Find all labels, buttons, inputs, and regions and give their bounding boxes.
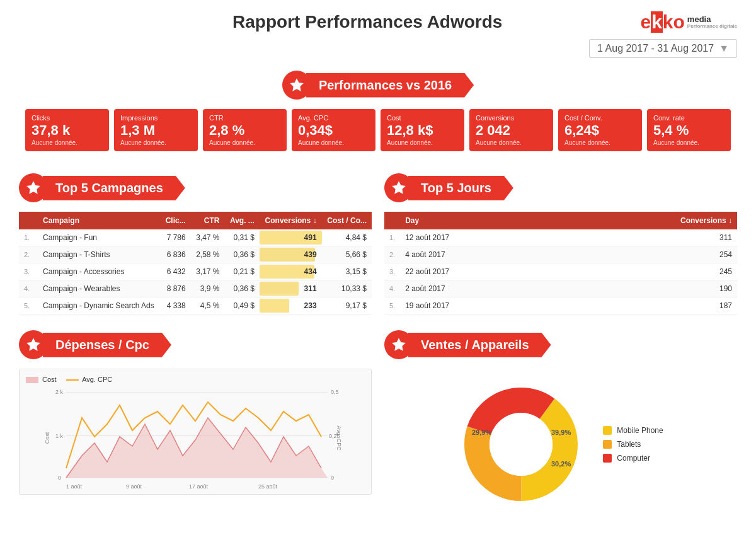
row-cost-conv: 9,17 $ <box>322 297 372 314</box>
row-conversions: 434 <box>260 263 322 280</box>
y-label-0-left: 0 <box>58 475 61 481</box>
th-conversions: Conversions ↓ <box>260 212 322 229</box>
row-day: 22 août 2017 <box>400 263 558 280</box>
kpi-value: 0,34$ <box>298 123 369 138</box>
star-icon-campagnes <box>25 180 42 196</box>
kpi-card: Conversions 2 042 Aucune donnée. <box>469 109 553 151</box>
row-campaign-name: Campaign - Accessories <box>38 263 160 280</box>
kpi-value: 2 042 <box>476 123 547 138</box>
table-row: 4. Campaign - Wearables 8 876 3,9 % 0,36… <box>19 280 372 297</box>
donut-inner <box>490 413 553 476</box>
kpi-label: Cost <box>387 114 458 122</box>
y-left-label: Cost <box>44 432 50 444</box>
jours-table: Day Conversions ↓ 1. 12 août 2017 311 2.… <box>384 212 737 314</box>
label-mobile-pct: 39,9% <box>551 429 571 436</box>
row-day: 4 août 2017 <box>400 246 558 263</box>
legend-tablets-color <box>603 440 612 449</box>
svg-marker-1 <box>26 181 40 194</box>
row-conversions: 311 <box>558 229 737 246</box>
row-cost-conv: 4,84 $ <box>322 229 372 246</box>
row-clicks: 8 876 <box>160 280 190 297</box>
x-label-25: 25 août <box>258 483 278 490</box>
cost-legend-color <box>26 377 38 383</box>
kpi-value: 6,24$ <box>564 123 636 138</box>
date-range-picker[interactable]: 1 Aug 2017 - 31 Aug 2017 ▼ <box>589 39 737 58</box>
th-conversions-day: Conversions ↓ <box>558 212 737 229</box>
kpi-sub: Aucune donnée. <box>209 139 280 146</box>
th-clicks: Clic... <box>160 212 190 229</box>
dropdown-arrow-icon: ▼ <box>719 43 729 54</box>
row-cost-conv: 5,66 $ <box>322 246 372 263</box>
row-avg-cpc: 0,31 $ <box>224 229 259 246</box>
row-campaign-name: Campaign - Dynamic Search Ads <box>38 297 160 314</box>
kpi-row: Clicks 37,8 k Aucune donnée. Impressions… <box>19 109 737 151</box>
svg-marker-7 <box>392 338 406 351</box>
table-row: 5. 19 août 2017 187 <box>384 297 737 314</box>
row-ctr: 2,58 % <box>191 246 225 263</box>
conv-value: 439 <box>304 250 317 259</box>
ventes-appareils: Ventes / Appareils 39,9% 30,2% 29,9% <box>384 330 737 520</box>
top5-section: Top 5 Campagnes Campaign Clic... CTR Avg… <box>0 164 756 324</box>
row-conversions: 245 <box>558 263 737 280</box>
kpi-value: 2,8 % <box>209 123 280 138</box>
kpi-card: Conv. rate 5,4 % Aucune donnée. <box>647 109 731 151</box>
kpi-sub: Aucune donnée. <box>564 139 636 146</box>
row-conversions: 439 <box>260 246 322 263</box>
label-tablets-pct: 30,2% <box>551 460 571 468</box>
row-avg-cpc: 0,36 $ <box>224 246 259 263</box>
row-conversions: 311 <box>260 280 322 297</box>
kpi-label: Avg. CPC <box>298 114 369 122</box>
table-row: 3. 22 août 2017 245 <box>384 263 737 280</box>
conv-value: 311 <box>304 284 317 293</box>
legend-mobile-label: Mobile Phone <box>617 426 663 435</box>
kpi-label: Clicks <box>32 114 103 122</box>
row-cost-conv: 3,15 $ <box>322 263 372 280</box>
x-label-1: 1 août <box>66 483 83 490</box>
depenses-title: Dépenses / Cpc <box>43 333 171 357</box>
star-badge-jours <box>384 173 413 202</box>
star-icon <box>289 77 305 93</box>
campagnes-header: Top 5 Campagnes <box>19 173 372 202</box>
kpi-card: Clicks 37,8 k Aucune donnée. <box>25 109 109 151</box>
row-ctr: 3,47 % <box>191 229 225 246</box>
kpi-card: Avg. CPC 0,34$ Aucune donnée. <box>292 109 375 151</box>
row-conversions: 254 <box>558 246 737 263</box>
table-row: 1. Campaign - Fun 7 786 3,47 % 0,31 $ 49… <box>19 229 372 246</box>
star-icon-jours <box>391 180 407 196</box>
y-label-2k: 2 k <box>55 389 64 395</box>
row-rank: 5. <box>19 297 38 314</box>
row-avg-cpc: 0,36 $ <box>224 280 259 297</box>
row-ctr: 3,9 % <box>191 280 225 297</box>
row-day: 2 août 2017 <box>400 280 558 297</box>
depenses-chart: Cost Avg. CPC 2 k 1 k 0 0,5 0,25 0 <box>19 369 372 495</box>
performances-section: Performances vs 2016 Clicks 37,8 k Aucun… <box>0 64 756 164</box>
depenses-cpc: Dépenses / Cpc Cost Avg. CPC 2 k 1 k 0 <box>19 330 372 520</box>
star-icon-ventes <box>391 337 407 353</box>
kpi-value: 1,3 M <box>120 123 192 138</box>
row-conversions: 491 <box>260 229 322 246</box>
avg-cpc-legend-color <box>66 379 79 381</box>
chart-legend: Cost Avg. CPC <box>26 376 365 383</box>
kpi-value: 12,8 k$ <box>387 123 458 138</box>
kpi-value: 37,8 k <box>32 123 103 138</box>
conv-value: 491 <box>304 233 317 242</box>
kpi-sub: Aucune donnée. <box>476 139 547 146</box>
kpi-sub: Aucune donnée. <box>32 139 103 146</box>
legend-computer-color <box>603 454 612 463</box>
avg-cpc-legend-item: Avg. CPC <box>66 376 113 383</box>
cost-legend-item: Cost <box>26 376 57 383</box>
row-avg-cpc: 0,49 $ <box>224 297 259 314</box>
kpi-sub: Aucune donnée. <box>653 139 724 146</box>
x-label-17: 17 août <box>189 483 209 490</box>
ventes-title: Ventes / Appareils <box>408 333 551 357</box>
row-campaign-name: Campaign - Wearables <box>38 280 160 297</box>
table-row: 3. Campaign - Accessories 6 432 3,17 % 0… <box>19 263 372 280</box>
row-rank: 1. <box>19 229 38 246</box>
top5-jours: Top 5 Jours Day Conversions ↓ 1. 12 août… <box>384 173 737 314</box>
table-row: 1. 12 août 2017 311 <box>384 229 737 246</box>
row-clicks: 6 836 <box>160 246 190 263</box>
kpi-label: Conversions <box>476 114 547 122</box>
row-rank: 3. <box>384 263 400 280</box>
header: Rapport Performances Adwords e k k o med… <box>0 0 756 39</box>
conv-bar <box>260 282 299 296</box>
